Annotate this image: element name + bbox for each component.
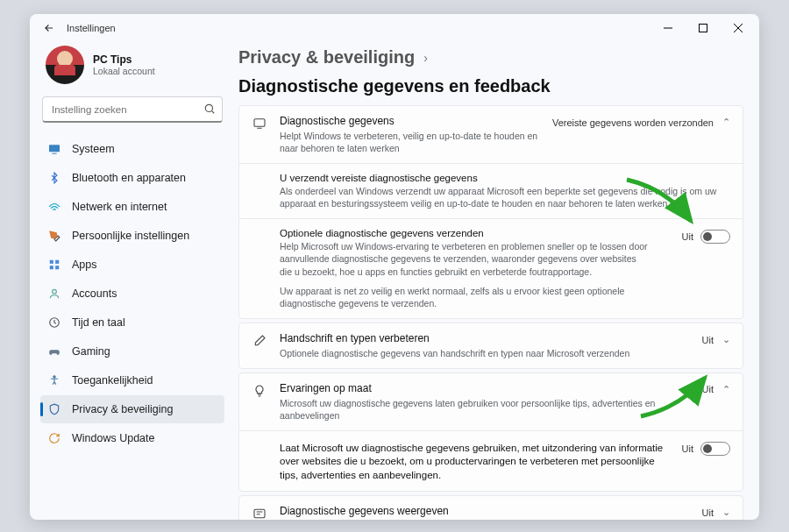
gaming-icon [47,344,61,358]
card-sub: Optionele diagnostische gegevens van han… [280,347,690,359]
sidebar-item-bluetooth[interactable]: Bluetooth en apparaten [40,164,224,192]
accessibility-icon [47,373,61,387]
card-tailored: Ervaringen op maat Microsoft uw diagnost… [238,372,743,492]
personalize-icon [47,229,61,243]
search-box [42,96,223,123]
sidebar-item-system[interactable]: Systeem [40,135,224,163]
maximize-button[interactable] [686,16,721,40]
back-button[interactable] [40,22,58,34]
sidebar: PC Tips Lokaal account Systeem Bluetooth… [30,42,231,520]
view-icon [252,507,267,520]
settings-window: Instellingen PC Tips Lokaal account [30,14,759,520]
sidebar-item-privacy[interactable]: Privacy & beveiliging [40,395,224,423]
svg-point-14 [53,376,55,378]
pen-icon [252,334,267,348]
card-state: Uit [702,507,714,518]
chevron-right-icon: › [423,51,428,65]
chevron-up-icon: ⌃ [722,117,730,128]
time-icon [47,316,61,330]
sidebar-item-network[interactable]: Netwerk en internet [40,193,224,221]
card-title: Ervaringen op maat [280,382,690,396]
required-title: U verzendt vereiste diagnostische gegeve… [280,173,730,183]
update-icon [47,431,61,445]
bluetooth-icon [47,171,61,185]
search-icon [203,103,216,118]
tailored-text: Laat Microsoft uw diagnostische gegevens… [280,442,672,483]
svg-rect-6 [49,145,60,152]
tailored-inner: Laat Microsoft uw diagnostische gegevens… [239,431,743,492]
chevron-down-icon: ⌄ [722,507,730,518]
sidebar-item-gaming[interactable]: Gaming [40,337,224,365]
lightbulb-icon [252,384,267,398]
nav-label: Toegankelijkheid [72,374,153,387]
svg-point-12 [53,289,57,294]
feedback-icon [252,117,267,131]
nav-label: Gaming [72,345,110,358]
svg-rect-15 [254,119,265,127]
nav-label: Systeem [72,143,115,155]
card-state: Uit [702,335,714,345]
network-icon [47,200,61,214]
optional-data-section: Optionele diagnostische gegevens verzend… [239,219,743,318]
svg-point-4 [205,104,212,111]
nav-label: Bluetooth en apparaten [72,172,186,184]
titlebar: Instellingen [30,14,759,42]
profile-name: PC Tips [93,53,155,66]
tailored-toggle[interactable] [700,442,730,456]
nav-label: Tijd en taal [72,316,125,329]
main-panel: Privacy & beveiliging › Diagnostische ge… [231,42,759,520]
card-title: Handschrift en typen verbeteren [280,332,690,346]
nav-label: Privacy & beveiliging [72,403,173,415]
sidebar-item-accessibility[interactable]: Toegankelijkheid [40,366,224,394]
page-title: Diagnostische gegevens en feedback [238,76,551,96]
nav-label: Accounts [72,287,117,300]
card-view[interactable]: Diagnostische gegevens weergeven Uw gege… [238,495,743,520]
card-state: Uit [702,384,714,394]
nav-list: Systeem Bluetooth en apparaten Netwerk e… [40,135,224,452]
card-inking[interactable]: Handschrift en typen verbeteren Optionel… [238,323,743,369]
card-title: Diagnostische gegevens weergeven [280,505,690,519]
svg-rect-10 [50,266,53,269]
card-sub: Microsoft uw diagnostische gegevens late… [280,397,690,422]
toggle-label: Uit [682,443,693,454]
search-input[interactable] [42,96,223,123]
minimize-button[interactable] [650,16,686,40]
apps-icon [47,258,61,272]
card-tailored-header[interactable]: Ervaringen op maat Microsoft uw diagnost… [239,373,743,430]
breadcrumb: Privacy & beveiliging › Diagnostische ge… [238,47,743,96]
sidebar-item-time[interactable]: Tijd en taal [40,309,224,337]
optional-toggle[interactable] [700,230,730,244]
nav-label: Netwerk en internet [72,201,167,213]
required-sub: Als onderdeel van Windows verzendt uw ap… [280,185,727,209]
system-icon [47,142,61,156]
svg-rect-7 [52,153,56,154]
privacy-icon [47,402,61,416]
svg-rect-1 [700,25,707,32]
svg-rect-16 [254,510,265,518]
card-diagnostic: Diagnostische gegevens Helpt Windows te … [238,105,743,319]
card-diagnostic-header[interactable]: Diagnostische gegevens Helpt Windows te … [239,106,743,163]
avatar [46,46,84,84]
chevron-up-icon: ⌃ [722,384,730,395]
svg-rect-9 [55,260,59,264]
svg-rect-8 [50,260,53,264]
sidebar-item-personalize[interactable]: Persoonlijke instellingen [40,222,224,250]
nav-label: Windows Update [72,432,155,444]
sidebar-item-update[interactable]: Windows Update [40,424,224,452]
breadcrumb-parent[interactable]: Privacy & beveiliging [238,47,415,67]
toggle-label: Uit [682,231,693,242]
card-sub: Helpt Windows te verbeteren, veilig en u… [280,130,540,154]
profile[interactable]: PC Tips Lokaal account [40,42,224,93]
accounts-icon [47,287,61,301]
nav-label: Persoonlijke instellingen [72,230,189,242]
chevron-down-icon: ⌄ [722,334,730,345]
profile-sub: Lokaal account [93,66,155,76]
nav-label: Apps [72,259,97,271]
optional-sub: Help Microsoft uw Windows-ervaring te ve… [280,240,648,278]
optional-note: Uw apparaat is net zo veilig en werkt no… [280,285,648,309]
sidebar-item-apps[interactable]: Apps [40,251,224,279]
card-status: Vereiste gegevens worden verzonden [552,117,714,128]
sidebar-item-accounts[interactable]: Accounts [40,280,224,308]
svg-rect-11 [55,266,59,269]
close-button[interactable] [721,16,756,40]
